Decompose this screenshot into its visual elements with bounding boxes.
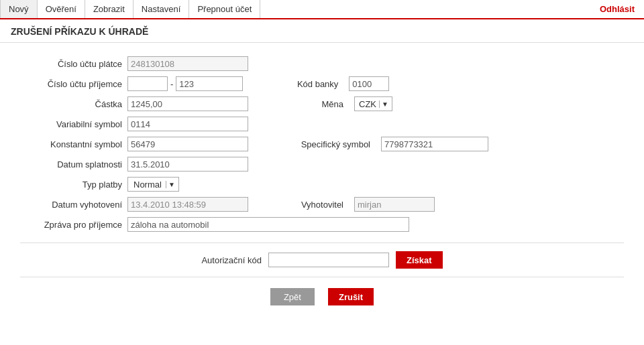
nav-zobrazit[interactable]: Zobrazit xyxy=(85,0,133,18)
datum-vyhotoveni-row: Datum vyhotovení Vyhotovitel xyxy=(20,197,624,212)
top-navigation: Nový Ověření Zobrazit Nastavení Přepnout… xyxy=(0,0,644,19)
variabilni-symbol-row: Variabilní symbol xyxy=(20,117,624,131)
auth-section: Autorizační kód Získat xyxy=(20,243,624,277)
specificky-symbol-input[interactable] xyxy=(381,137,488,151)
typ-platby-field: Normal ▼ xyxy=(127,177,179,192)
separator: - xyxy=(170,79,173,89)
bottom-buttons: Zpět Zrušit xyxy=(20,277,624,316)
zprava-input[interactable] xyxy=(127,217,409,232)
vyhotovitel-group: Vyhotovitel xyxy=(288,197,435,212)
datum-vyhotoveni-input[interactable] xyxy=(127,197,248,212)
datum-vyhotoveni-label: Datum vyhotovení xyxy=(20,200,127,210)
cislo-uctu-platce-input[interactable] xyxy=(127,56,248,71)
nav-nastaveni[interactable]: Nastavení xyxy=(133,0,190,18)
nav-overeni[interactable]: Ověření xyxy=(38,0,85,18)
nav-items: Nový Ověření Zobrazit Nastavení Přepnout… xyxy=(0,0,260,18)
typ-platby-dropdown-icon[interactable]: ▼ xyxy=(166,181,177,188)
variabilni-symbol-input[interactable] xyxy=(127,117,248,131)
autorizacni-kod-input[interactable] xyxy=(268,253,389,267)
cislo-uctu-platce-field xyxy=(127,56,248,71)
typ-platby-value: Normal xyxy=(129,180,166,190)
castka-input[interactable] xyxy=(127,96,248,111)
vyhotovitel-input[interactable] xyxy=(354,197,435,212)
autorizacni-kod-label: Autorizační kód xyxy=(201,255,262,265)
castka-label: Částka xyxy=(20,99,127,109)
zprava-row: Zpráva pro příjemce xyxy=(20,217,624,232)
cislo-uctu-prijemce-row: Číslo účtu příjemce - Kód banky xyxy=(20,76,624,91)
cislo-uctu-platce-row: Číslo účtu plátce xyxy=(20,56,624,71)
mena-label: Měna xyxy=(288,99,349,109)
konstantni-symbol-field xyxy=(127,137,248,151)
specificky-symbol-label: Specifický symbol xyxy=(288,139,376,149)
cislo-uctu-platce-label: Číslo účtu plátce xyxy=(20,59,127,69)
variabilni-symbol-label: Variabilní symbol xyxy=(20,119,127,129)
castka-field xyxy=(127,96,248,111)
kod-banky-input[interactable] xyxy=(349,76,389,91)
vyhotovitel-label: Vyhotovitel xyxy=(288,200,349,210)
nav-novy[interactable]: Nový xyxy=(0,0,38,18)
mena-value: CZK xyxy=(356,99,379,109)
zrusit-button[interactable]: Zrušit xyxy=(328,288,374,305)
cislo-uctu-prijemce-field: - xyxy=(127,76,243,91)
mena-dropdown-icon[interactable]: ▼ xyxy=(379,100,390,108)
ziskat-button[interactable]: Získat xyxy=(396,251,443,269)
cislo-uctu-prijemce-input[interactable] xyxy=(176,76,243,91)
logout-button[interactable]: Odhlásit xyxy=(590,0,644,18)
datum-vyhotoveni-field xyxy=(127,197,248,212)
typ-platby-row: Typ platby Normal ▼ xyxy=(20,177,624,192)
konstantni-symbol-input[interactable] xyxy=(127,137,248,151)
cislo-uctu-prijemce-prefix-input[interactable] xyxy=(127,76,168,91)
zprava-label: Zpráva pro příjemce xyxy=(20,220,127,230)
zpet-button[interactable]: Zpět xyxy=(270,288,315,305)
typ-platby-label: Typ platby xyxy=(20,180,127,190)
variabilni-symbol-field xyxy=(127,117,248,131)
specificky-symbol-group: Specifický symbol xyxy=(288,137,488,151)
konstantni-symbol-row: Konstantní symbol Specifický symbol xyxy=(20,137,624,151)
datum-splatnosti-input[interactable] xyxy=(127,157,248,171)
cislo-uctu-prijemce-label: Číslo účtu příjemce xyxy=(20,79,127,89)
kod-banky-label: Kód banky xyxy=(283,79,343,89)
page-title: ZRUŠENÍ PŘÍKAZU K ÚHRADĚ xyxy=(0,19,644,43)
castka-row: Částka Měna CZK ▼ xyxy=(20,96,624,111)
datum-splatnosti-label: Datum splatnosti xyxy=(20,159,127,169)
nav-prepnout-ucet[interactable]: Přepnout účet xyxy=(189,0,260,18)
zprava-field xyxy=(127,217,409,232)
datum-splatnosti-row: Datum splatnosti xyxy=(20,157,624,171)
form-area: Číslo účtu plátce Číslo účtu příjemce - … xyxy=(0,43,644,330)
mena-select-wrapper: CZK ▼ xyxy=(354,96,392,111)
konstantni-symbol-label: Konstantní symbol xyxy=(20,139,127,149)
kod-banky-group: Kód banky xyxy=(283,76,389,91)
mena-group: Měna CZK ▼ xyxy=(288,96,392,111)
typ-platby-select-wrapper: Normal ▼ xyxy=(127,177,179,192)
datum-splatnosti-field xyxy=(127,157,248,171)
